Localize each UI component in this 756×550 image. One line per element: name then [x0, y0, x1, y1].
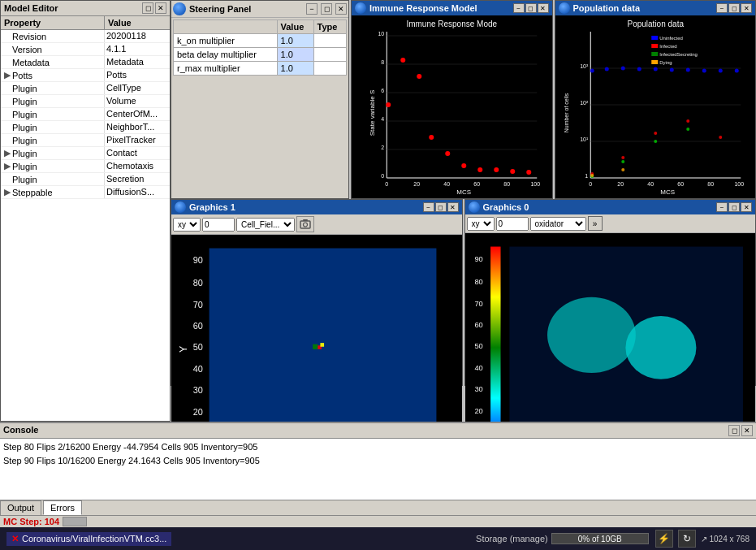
- steering-row[interactable]: r_max multiplier 1.0: [174, 62, 347, 76]
- svg-point-72: [719, 136, 722, 139]
- console-close-btn[interactable]: ✕: [741, 425, 753, 436]
- tree-header: Property Value: [1, 16, 170, 30]
- population-btns: − ◻ ✕: [716, 3, 752, 13]
- svg-text:80: 80: [707, 181, 714, 187]
- graphics1-field-select[interactable]: Cell_Fiel...oxidatorvirus: [236, 218, 295, 232]
- graphics1-restore-btn[interactable]: ◻: [435, 202, 447, 212]
- graphics0-step-input[interactable]: [496, 217, 529, 231]
- status-file-indicator[interactable]: ✕ Coronavirus/ViralInfectionVTM.cc3...: [6, 532, 171, 546]
- svg-text:20: 20: [193, 407, 203, 417]
- graphics1-close-btn[interactable]: ✕: [447, 202, 459, 212]
- svg-text:20: 20: [617, 181, 624, 187]
- model-editor-label: Model Editor: [4, 3, 58, 13]
- svg-point-78: [621, 168, 624, 171]
- steering-close-btn[interactable]: ✕: [335, 3, 347, 15]
- svg-text:60: 60: [677, 181, 684, 187]
- immune-minimize-btn[interactable]: −: [513, 3, 525, 13]
- svg-text:80: 80: [503, 181, 510, 187]
- graphics1-label: Graphics 1: [189, 202, 235, 212]
- graphics1-toolbar: xyxzyz Cell_Fiel...oxidatorvirus: [171, 214, 462, 235]
- tree-row[interactable]: Plugin PixelTracker: [1, 134, 170, 147]
- expand-arrow: ▶: [4, 187, 12, 197]
- immune-close-btn[interactable]: ✕: [538, 3, 549, 13]
- svg-text:0: 0: [385, 181, 388, 187]
- tab-errors[interactable]: Errors: [43, 500, 82, 515]
- steering-restore-btn[interactable]: ◻: [321, 3, 332, 15]
- tree-row[interactable]: Plugin Secretion: [1, 173, 170, 186]
- graphics0-field-select[interactable]: oxidatorCell_Fieldvirus: [530, 217, 586, 231]
- tree-cell-property: Plugin: [1, 108, 105, 120]
- steering-param-value[interactable]: 1.0: [277, 48, 313, 62]
- refresh-btn[interactable]: ↻: [678, 530, 696, 548]
- graphics1-step-input[interactable]: [202, 218, 235, 232]
- steering-param-type: [313, 48, 346, 62]
- tree-cell-value: Potts: [105, 69, 170, 81]
- population-data-window: Population data − ◻ ✕ Population data Nu…: [555, 0, 757, 199]
- tree-row[interactable]: Plugin Volume: [1, 95, 170, 108]
- svg-rect-52: [651, 44, 658, 48]
- graphics0-label: Graphics 0: [483, 202, 529, 212]
- model-editor-restore-btn[interactable]: ◻: [142, 2, 153, 14]
- tree-row[interactable]: Plugin CellType: [1, 82, 170, 95]
- svg-point-61: [637, 67, 641, 71]
- tree-row[interactable]: ▶ Plugin Contact: [1, 147, 170, 160]
- expand-arrow: [4, 84, 12, 93]
- steering-minimize-btn[interactable]: −: [306, 3, 318, 15]
- svg-text:0: 0: [381, 173, 384, 179]
- tree-cell-value: Secretion: [105, 173, 170, 185]
- top-area: Model Editor ◻ ✕ Property Value Revision…: [0, 0, 756, 422]
- graphics0-plane-select[interactable]: xyxzyz: [467, 217, 495, 231]
- console-restore-btn[interactable]: ◻: [728, 425, 740, 436]
- graphics0-toolbar: xyxzyz oxidatorCell_Fieldvirus »: [465, 214, 756, 233]
- population-title-bar: Population data − ◻ ✕: [555, 1, 756, 15]
- tree-row[interactable]: Metadata Metadata: [1, 56, 170, 69]
- svg-text:0: 0: [589, 181, 592, 187]
- steering-row[interactable]: beta delay multiplier 1.0: [174, 48, 347, 62]
- model-tree[interactable]: Revision 20200118 Version 4.1.1 Metadata…: [1, 30, 170, 421]
- svg-rect-81: [303, 219, 308, 221]
- tree-row[interactable]: Plugin NeighborT...: [1, 121, 170, 134]
- tree-row[interactable]: Revision 20200118: [1, 30, 170, 43]
- svg-text:InfectedSecreting: InfectedSecreting: [659, 52, 698, 57]
- svg-text:100: 100: [734, 181, 744, 187]
- steering-param-value[interactable]: 1.0: [277, 62, 313, 76]
- tree-cell-value: 4.1.1: [105, 43, 170, 55]
- tree-row[interactable]: ▶ Potts Potts: [1, 69, 170, 82]
- tab-output[interactable]: Output: [0, 500, 41, 515]
- steering-row[interactable]: k_on multiplier 1.0: [174, 34, 347, 48]
- tree-row[interactable]: ▶ Plugin Chemotaxis: [1, 160, 170, 173]
- lightning-btn[interactable]: ⚡: [655, 530, 673, 548]
- graphics0-more-btn[interactable]: »: [588, 216, 603, 231]
- steering-param-value[interactable]: 1.0: [277, 34, 313, 48]
- main-container: Model Editor ◻ ✕ Property Value Revision…: [0, 0, 756, 550]
- population-label: Population data: [573, 3, 641, 13]
- population-restore-btn[interactable]: ◻: [728, 3, 740, 13]
- population-plot-canvas: Population data Number of cells MCS 1 10…: [555, 15, 756, 198]
- svg-text:20: 20: [413, 181, 420, 187]
- graphics1-minimize-btn[interactable]: −: [423, 202, 434, 212]
- svg-text:1: 1: [585, 173, 588, 179]
- graphics0-close-btn[interactable]: ✕: [741, 202, 752, 212]
- tree-cell-property: Plugin: [1, 134, 105, 146]
- tree-row[interactable]: ▶ Steppable DiffusionS...: [1, 186, 170, 199]
- model-editor-close-btn[interactable]: ✕: [155, 2, 166, 14]
- population-minimize-btn[interactable]: −: [716, 3, 728, 13]
- immune-restore-btn[interactable]: ◻: [525, 3, 537, 13]
- mc-step-bar: MC Step: 104: [0, 515, 756, 527]
- tree-row[interactable]: Version 4.1.1: [1, 43, 170, 56]
- svg-text:80: 80: [474, 278, 482, 286]
- expand-arrow: ▶: [4, 161, 12, 171]
- svg-text:60: 60: [474, 321, 482, 329]
- tree-row[interactable]: Plugin CenterOfM...: [1, 108, 170, 121]
- population-close-btn[interactable]: ✕: [741, 3, 752, 13]
- graphics1-screenshot-btn[interactable]: [296, 216, 314, 232]
- steering-param-name: r_max multiplier: [174, 62, 278, 76]
- graphics0-minimize-btn[interactable]: −: [716, 202, 728, 212]
- graphics0-restore-btn[interactable]: ◻: [728, 202, 740, 212]
- expand-arrow: [4, 58, 12, 67]
- steering-param-name: k_on multiplier: [174, 34, 278, 48]
- graphics0-globe-icon: [469, 201, 480, 213]
- svg-point-74: [621, 160, 624, 163]
- svg-point-24: [417, 74, 421, 79]
- graphics1-plane-select[interactable]: xyxzyz: [173, 218, 201, 232]
